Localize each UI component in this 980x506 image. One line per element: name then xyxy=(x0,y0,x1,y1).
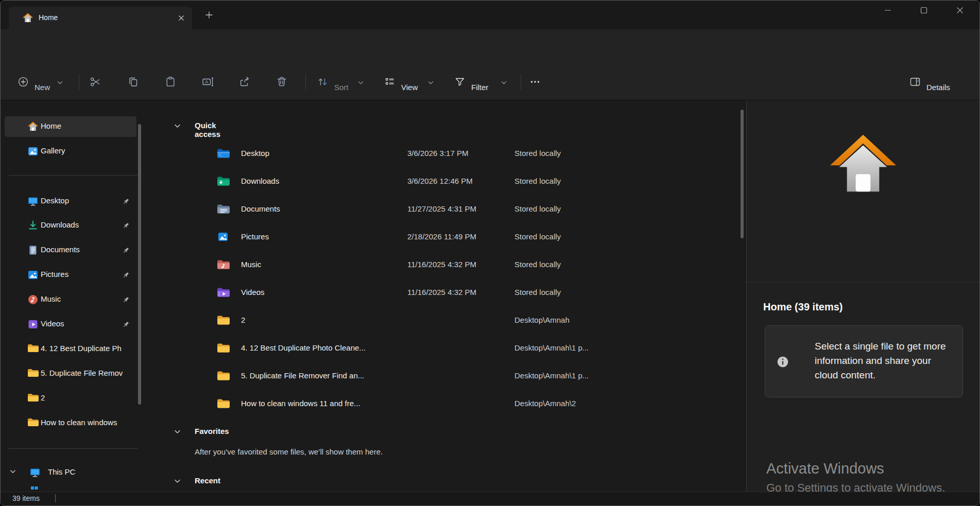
tab-close-icon[interactable] xyxy=(177,13,186,23)
new-tab-icon[interactable] xyxy=(204,10,214,20)
chevron-down-icon xyxy=(501,81,507,85)
window-close-icon[interactable] xyxy=(948,3,972,18)
downloads-icon xyxy=(27,220,39,231)
chevron-down-icon[interactable] xyxy=(174,479,181,484)
delete-icon[interactable] xyxy=(276,76,288,88)
file-row[interactable]: Music 11/16/2025 4:32 PM Stored locally xyxy=(149,255,737,275)
view-button-label: View xyxy=(401,83,418,92)
file-row[interactable]: 4. 12 Best Duplicate Photo Cleane... Des… xyxy=(149,338,737,359)
music-folder-icon xyxy=(217,259,230,270)
sidebar-item-folder[interactable]: 2 xyxy=(5,388,136,409)
filter-button-label: Filter xyxy=(471,83,488,92)
more-options-icon[interactable] xyxy=(529,76,541,88)
pin-icon xyxy=(122,198,130,205)
navigation-bar: Home xyxy=(1,29,979,64)
documents-icon xyxy=(27,245,39,256)
chevron-down-icon[interactable] xyxy=(174,124,181,129)
chevron-down-icon xyxy=(358,81,364,85)
sort-button[interactable]: Sort xyxy=(316,71,370,93)
svg-text:A: A xyxy=(205,79,208,84)
file-row[interactable]: 2 Desktop\Amnah xyxy=(149,310,737,331)
file-row[interactable]: How to clean windows 11 and fre... Deskt… xyxy=(149,394,737,414)
new-button[interactable]: New xyxy=(14,71,72,93)
details-pane-title: Home (39 items) xyxy=(763,301,843,313)
file-row[interactable]: Downloads 3/6/2026 12:46 PM Stored local… xyxy=(149,171,737,192)
file-name: Downloads xyxy=(241,177,279,185)
chevron-down-icon[interactable] xyxy=(10,469,16,474)
file-status: Stored locally xyxy=(514,260,561,269)
details-pane-icon xyxy=(909,76,921,88)
music-icon xyxy=(27,294,39,305)
file-status: Stored locally xyxy=(514,232,561,241)
file-status: Desktop\Amnah\2 xyxy=(514,399,576,408)
sidebar-item-videos[interactable]: Videos xyxy=(5,314,136,335)
sidebar-item-label: Documents xyxy=(41,245,128,254)
toolbar-separator xyxy=(305,75,306,90)
sidebar-item-label: Desktop xyxy=(41,196,128,205)
section-title: Favorites xyxy=(195,427,229,435)
sort-icon xyxy=(317,76,329,88)
pin-icon xyxy=(122,222,130,230)
file-row[interactable]: Pictures 2/18/2026 11:49 PM Stored local… xyxy=(149,227,737,248)
file-name: Desktop xyxy=(241,149,269,158)
file-status: Desktop\Amnah\1 p... xyxy=(514,343,589,352)
file-explorer-window: Home xyxy=(0,0,980,506)
details-pane: Home (39 items) Select a single file to … xyxy=(746,100,979,492)
sidebar-item-pictures[interactable]: Pictures xyxy=(5,265,136,285)
file-list: Quick access Desktop 3/6/2026 3:17 PM St… xyxy=(149,100,740,492)
maximize-icon[interactable] xyxy=(912,3,936,18)
sidebar-separator xyxy=(9,448,137,449)
downloads-folder-icon xyxy=(217,176,230,187)
info-icon xyxy=(777,356,789,368)
sidebar-item-desktop[interactable]: Desktop xyxy=(5,191,136,212)
file-row[interactable]: Desktop 3/6/2026 3:17 PM Stored locally xyxy=(149,144,737,164)
new-button-label: New xyxy=(35,83,50,92)
file-row[interactable]: Documents 11/27/2025 4:31 PM Stored loca… xyxy=(149,199,737,220)
sidebar-item-label: How to clean windows xyxy=(41,418,140,427)
chevron-down-icon[interactable] xyxy=(174,429,181,434)
folder-icon xyxy=(217,315,230,326)
sidebar-item-home[interactable]: Home xyxy=(5,116,136,137)
paste-icon[interactable] xyxy=(164,76,177,88)
file-date: 11/27/2025 4:31 PM xyxy=(407,204,476,213)
desktop-icon xyxy=(27,196,39,207)
tab-title: Home xyxy=(39,13,58,22)
file-row[interactable]: Videos 11/16/2025 4:32 PM Stored locally xyxy=(149,283,737,303)
sidebar-item-label: Home xyxy=(41,121,128,130)
copy-icon[interactable] xyxy=(127,76,140,88)
sidebar-item-folder[interactable]: How to clean windows xyxy=(5,413,136,433)
pin-icon xyxy=(122,271,130,279)
status-bar: 39 items xyxy=(1,492,979,505)
windows-drive-partial-icon[interactable] xyxy=(29,485,40,492)
cut-icon[interactable] xyxy=(89,76,101,88)
view-icon xyxy=(384,76,396,88)
file-name: Documents xyxy=(241,204,280,213)
details-button[interactable]: Details xyxy=(908,71,965,93)
main-scrollbar[interactable] xyxy=(741,110,744,238)
sidebar-item-folder[interactable]: 4. 12 Best Duplicate Ph xyxy=(5,339,136,359)
filter-button[interactable]: Filter xyxy=(453,71,513,93)
share-icon[interactable] xyxy=(238,76,251,88)
file-name: Videos xyxy=(241,288,265,296)
sidebar-item-label: Videos xyxy=(41,319,128,328)
sidebar-item-gallery[interactable]: Gallery xyxy=(5,141,136,162)
videos-folder-icon xyxy=(217,287,230,298)
file-name: 2 xyxy=(241,316,245,324)
view-button[interactable]: View xyxy=(383,71,440,93)
file-row[interactable]: 5. Duplicate File Remover Find an... Des… xyxy=(149,366,737,387)
sidebar-item-music[interactable]: Music xyxy=(5,289,136,310)
sidebar-item-downloads[interactable]: Downloads xyxy=(5,215,136,236)
tab-home[interactable]: Home xyxy=(9,7,192,29)
sidebar-scrollbar[interactable] xyxy=(138,124,141,405)
file-status: Stored locally xyxy=(514,177,561,185)
status-bar-separator xyxy=(55,494,56,502)
tab-strip: Home xyxy=(1,1,979,29)
home-icon xyxy=(27,121,39,132)
rename-icon[interactable]: A xyxy=(201,76,215,88)
sidebar-item-documents[interactable]: Documents xyxy=(5,240,136,260)
sidebar-item-folder[interactable]: 5. Duplicate File Remov xyxy=(5,363,136,384)
navigation-pane: Home Gallery Desktop xyxy=(1,100,147,492)
minimize-icon[interactable] xyxy=(876,3,900,18)
sidebar-item-this-pc[interactable]: This PC xyxy=(5,462,136,483)
sidebar-item-label: Downloads xyxy=(41,220,128,229)
